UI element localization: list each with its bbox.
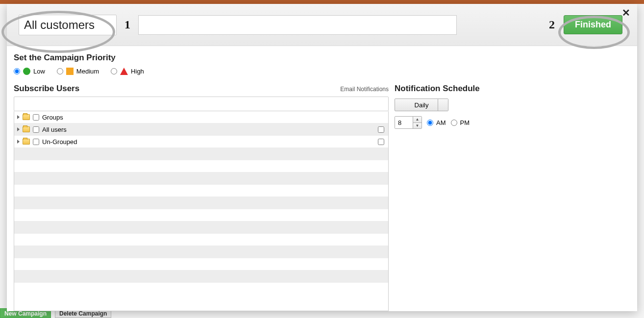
modal-body: Set the Campaign Priority Low Medium Hig… [7, 46, 637, 311]
folder-icon [23, 126, 30, 132]
schedule-time-row: ▲ ▼ AM PM [395, 116, 627, 129]
orange-square-icon [66, 68, 74, 75]
am-radio[interactable] [427, 120, 433, 126]
caret-icon[interactable] [17, 140, 20, 144]
tree-row-allusers[interactable]: All users [14, 123, 388, 136]
tree-label: Groups [42, 114, 63, 121]
tree-row-empty [14, 160, 388, 172]
step-number-2: 2 [549, 18, 555, 31]
red-triangle-icon [120, 68, 128, 75]
close-icon[interactable]: ✕ [622, 8, 630, 18]
tree-row-empty [14, 185, 388, 197]
green-dot-icon [23, 68, 30, 75]
subscribe-header: Subscribe Users Email Notifications [14, 84, 389, 94]
priority-title: Set the Campaign Priority [14, 53, 627, 63]
priority-medium-label: Medium [76, 68, 99, 75]
tree-checkbox[interactable] [33, 126, 39, 133]
campaign-name-input[interactable] [19, 15, 117, 35]
tree-row-empty [14, 172, 388, 185]
subscribe-filter-input[interactable] [14, 97, 389, 111]
pm-option[interactable]: PM [451, 119, 470, 126]
modal-top-overlay [0, 0, 644, 4]
modal-header: ✕ 1 2 Finished [7, 4, 637, 46]
subscribe-column: Subscribe Users Email Notifications Grou… [14, 84, 389, 311]
columns: Subscribe Users Email Notifications Grou… [14, 84, 627, 311]
schedule-title: Notification Schedule [395, 84, 627, 94]
schedule-hour-stepper[interactable]: ▲ ▼ [395, 116, 422, 129]
spinner-buttons: ▲ ▼ [413, 117, 421, 128]
email-notifications-label: Email Notifications [340, 86, 389, 93]
schedule-hour-input[interactable] [395, 117, 413, 128]
priority-high-label: High [131, 68, 144, 75]
tree-label: All users [42, 126, 67, 133]
am-option[interactable]: AM [427, 119, 446, 126]
spinner-up-icon[interactable]: ▲ [413, 117, 421, 123]
finished-button[interactable]: Finished [564, 15, 622, 34]
priority-row: Low Medium High [14, 68, 627, 75]
tree-checkbox[interactable] [33, 139, 39, 145]
priority-high-radio[interactable] [111, 68, 117, 74]
priority-medium-option[interactable]: Medium [57, 68, 99, 75]
schedule-column: Notification Schedule Daily ▲ ▼ [394, 84, 627, 311]
folder-icon [23, 114, 30, 120]
priority-medium-radio[interactable] [57, 68, 63, 74]
tree-row-empty [14, 258, 388, 270]
header-content: 1 [19, 15, 549, 35]
tree-row-empty [14, 234, 388, 246]
tree-label: Un-Grouped [42, 138, 77, 146]
subscribe-title: Subscribe Users [14, 84, 79, 94]
tree-row-empty [14, 221, 388, 234]
tree-row-empty [14, 270, 388, 283]
priority-high-option[interactable]: High [111, 68, 144, 75]
priority-low-option[interactable]: Low [14, 68, 45, 75]
folder-icon [23, 139, 30, 145]
subscribe-tree[interactable]: Groups All users Un-Grouped [14, 111, 389, 311]
tree-row-empty [14, 246, 388, 258]
tree-right-checkbox[interactable] [378, 139, 384, 145]
priority-low-radio[interactable] [14, 68, 20, 74]
campaign-search-input[interactable] [138, 15, 457, 35]
caret-icon[interactable] [17, 127, 20, 131]
priority-low-label: Low [33, 68, 45, 75]
spinner-down-icon[interactable]: ▼ [413, 123, 421, 129]
campaign-modal: ✕ 1 2 Finished Set the Campaign Priority… [7, 4, 637, 311]
tree-right-checkbox[interactable] [378, 126, 384, 133]
am-label: AM [436, 119, 446, 126]
tree-row-empty [14, 197, 388, 209]
pm-label: PM [460, 119, 470, 126]
schedule-frequency-value: Daily [415, 101, 429, 109]
caret-icon[interactable] [17, 115, 20, 119]
schedule-frequency-dropdown[interactable]: Daily [395, 98, 448, 111]
pm-radio[interactable] [451, 120, 457, 126]
tree-checkbox[interactable] [33, 114, 39, 121]
chevron-down-icon [441, 104, 445, 106]
tree-row-groups[interactable]: Groups [14, 111, 388, 123]
step-number-1: 1 [124, 18, 130, 31]
tree-row-empty [14, 148, 388, 160]
tree-row-empty [14, 209, 388, 221]
tree-row-ungrouped[interactable]: Un-Grouped [14, 136, 388, 148]
